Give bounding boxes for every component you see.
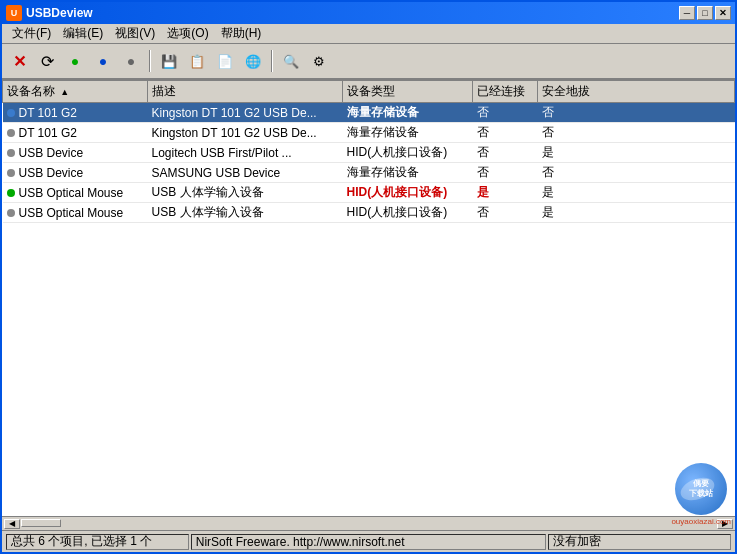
- device-name-cell: USB Device: [3, 143, 148, 163]
- watermark: 偶要下载站 ouyaoxiazai.com: [671, 463, 731, 526]
- connect-button[interactable]: ●: [62, 48, 88, 74]
- status-dot: [7, 129, 15, 137]
- separator-1: [149, 50, 151, 72]
- separator-2: [271, 50, 273, 72]
- device-connected-cell: 否: [473, 103, 538, 123]
- table-area: 设备名称 ▲ 描述 设备类型 已经连接 安全地拔 DT 101 G2Kingst…: [2, 80, 735, 530]
- properties-button[interactable]: ⚙: [306, 48, 332, 74]
- table-row[interactable]: USB DeviceSAMSUNG USB Device海量存储设备否否: [3, 163, 735, 183]
- menu-help[interactable]: 帮助(H): [215, 23, 268, 44]
- app-window: U USBDeview ─ □ ✕ 文件(F) 编辑(E) 视图(V) 选项(O…: [0, 0, 737, 554]
- device-safe-cell: 是: [538, 203, 735, 223]
- save-button[interactable]: 💾: [156, 48, 182, 74]
- toolbar: ✕ ⟳ ● ● ● 💾 📋 📄 🌐 🔍 ⚙: [2, 44, 735, 80]
- menu-file[interactable]: 文件(F): [6, 23, 57, 44]
- status-button[interactable]: ●: [118, 48, 144, 74]
- device-desc-cell: USB 人体学输入设备: [148, 203, 343, 223]
- col-connected[interactable]: 已经连接: [473, 81, 538, 103]
- watermark-text: 偶要下载站: [689, 479, 713, 498]
- app-title: USBDeview: [26, 6, 679, 20]
- table-container[interactable]: 设备名称 ▲ 描述 设备类型 已经连接 安全地拔 DT 101 G2Kingst…: [2, 80, 735, 516]
- device-type-cell: HID(人机接口设备): [343, 183, 473, 203]
- device-connected-cell: 否: [473, 163, 538, 183]
- device-safe-cell: 否: [538, 123, 735, 143]
- menu-bar: 文件(F) 编辑(E) 视图(V) 选项(O) 帮助(H): [2, 24, 735, 44]
- status-bar: 总共 6 个项目, 已选择 1 个 NirSoft Freeware. http…: [2, 530, 735, 552]
- horizontal-scrollbar[interactable]: ◀ ▶: [2, 516, 735, 530]
- refresh-button[interactable]: ⟳: [34, 48, 60, 74]
- device-type-cell: 海量存储设备: [343, 163, 473, 183]
- device-name-cell: USB Optical Mouse: [3, 183, 148, 203]
- search-button[interactable]: 🔍: [278, 48, 304, 74]
- table-row[interactable]: USB Optical MouseUSB 人体学输入设备HID(人机接口设备)否…: [3, 203, 735, 223]
- col-safe[interactable]: 安全地拔: [538, 81, 735, 103]
- menu-view[interactable]: 视图(V): [109, 23, 161, 44]
- window-controls: ─ □ ✕: [679, 6, 731, 20]
- disconnect-button[interactable]: ●: [90, 48, 116, 74]
- minimize-button[interactable]: ─: [679, 6, 695, 20]
- copy-button[interactable]: 📋: [184, 48, 210, 74]
- maximize-button[interactable]: □: [697, 6, 713, 20]
- status-encrypt: 没有加密: [548, 534, 731, 550]
- device-desc-cell: USB 人体学输入设备: [148, 183, 343, 203]
- device-safe-cell: 是: [538, 143, 735, 163]
- device-name-cell: USB Optical Mouse: [3, 203, 148, 223]
- device-connected-cell: 否: [473, 123, 538, 143]
- device-name-cell: DT 101 G2: [3, 123, 148, 143]
- close-button[interactable]: ✕: [715, 6, 731, 20]
- title-bar: U USBDeview ─ □ ✕: [2, 2, 735, 24]
- scroll-thumb-h[interactable]: [21, 519, 61, 527]
- device-type-cell: HID(人机接口设备): [343, 203, 473, 223]
- status-dot: [7, 109, 15, 117]
- watermark-logo: 偶要下载站: [675, 463, 727, 515]
- sort-arrow: ▲: [60, 87, 69, 97]
- device-desc-cell: Kingston DT 101 G2 USB De...: [148, 103, 343, 123]
- col-type[interactable]: 设备类型: [343, 81, 473, 103]
- menu-options[interactable]: 选项(O): [161, 23, 214, 44]
- device-safe-cell: 是: [538, 183, 735, 203]
- status-count: 总共 6 个项目, 已选择 1 个: [6, 534, 189, 550]
- table-row[interactable]: DT 101 G2Kingston DT 101 G2 USB De...海量存…: [3, 103, 735, 123]
- delete-button[interactable]: ✕: [6, 48, 32, 74]
- status-dot: [7, 149, 15, 157]
- device-safe-cell: 否: [538, 163, 735, 183]
- table-row[interactable]: DT 101 G2Kingston DT 101 G2 USB De...海量存…: [3, 123, 735, 143]
- device-table: 设备名称 ▲ 描述 设备类型 已经连接 安全地拔 DT 101 G2Kingst…: [2, 80, 735, 223]
- col-name[interactable]: 设备名称 ▲: [3, 81, 148, 103]
- copy2-button[interactable]: 📄: [212, 48, 238, 74]
- app-icon: U: [6, 5, 22, 21]
- device-desc-cell: Logitech USB First/Pilot ...: [148, 143, 343, 163]
- col-desc[interactable]: 描述: [148, 81, 343, 103]
- scroll-track-h[interactable]: [21, 519, 716, 529]
- table-row[interactable]: USB Optical MouseUSB 人体学输入设备HID(人机接口设备)是…: [3, 183, 735, 203]
- device-desc-cell: Kingston DT 101 G2 USB De...: [148, 123, 343, 143]
- device-desc-cell: SAMSUNG USB Device: [148, 163, 343, 183]
- device-type-cell: HID(人机接口设备): [343, 143, 473, 163]
- status-dot: [7, 209, 15, 217]
- device-type-cell: 海量存储设备: [343, 123, 473, 143]
- scroll-left-btn[interactable]: ◀: [4, 519, 20, 529]
- device-safe-cell: 否: [538, 103, 735, 123]
- device-name-cell: DT 101 G2: [3, 103, 148, 123]
- device-connected-cell: 是: [473, 183, 538, 203]
- watermark-url: ouyaoxiazai.com: [671, 517, 731, 526]
- status-dot: [7, 189, 15, 197]
- device-connected-cell: 否: [473, 203, 538, 223]
- status-credit: NirSoft Freeware. http://www.nirsoft.net: [191, 534, 547, 550]
- status-dot: [7, 169, 15, 177]
- device-connected-cell: 否: [473, 143, 538, 163]
- device-name-cell: USB Device: [3, 163, 148, 183]
- menu-edit[interactable]: 编辑(E): [57, 23, 109, 44]
- html-button[interactable]: 🌐: [240, 48, 266, 74]
- device-type-cell: 海量存储设备: [343, 103, 473, 123]
- table-row[interactable]: USB DeviceLogitech USB First/Pilot ...HI…: [3, 143, 735, 163]
